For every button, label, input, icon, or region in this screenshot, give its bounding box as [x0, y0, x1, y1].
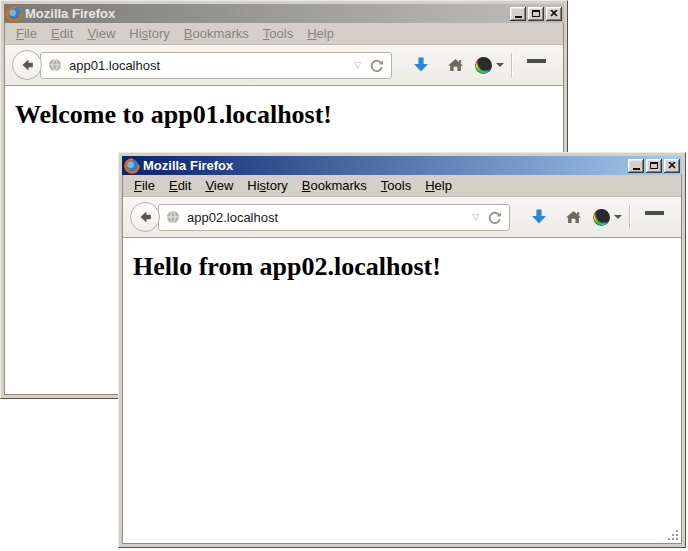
menu-item-help[interactable]: Help: [418, 176, 459, 196]
caret-down-icon: [614, 215, 622, 219]
url-text: app01.localhost: [69, 58, 160, 73]
url-bar[interactable]: app02.localhost ▽: [158, 204, 510, 231]
menu-item-tools[interactable]: Tools: [374, 176, 418, 196]
page-content: Hello from app02.localhost!: [123, 238, 681, 543]
caret-down-icon: [496, 63, 504, 67]
maximize-icon: [650, 162, 658, 169]
back-button[interactable]: [130, 202, 160, 232]
close-icon: [668, 162, 676, 169]
toolbar-separator: [629, 205, 630, 229]
desktop: Mozilla Firefox FileEditViewHistoryBookm…: [0, 0, 688, 551]
close-icon: [550, 10, 558, 17]
urlbar-dropdown-icon[interactable]: ▽: [472, 213, 479, 222]
window-controls: [508, 7, 562, 21]
menu-bar: FileEditViewHistoryBookmarksToolsHelp: [5, 23, 563, 45]
menu-item-edit[interactable]: Edit: [162, 176, 198, 196]
close-button[interactable]: [546, 7, 562, 21]
maximize-icon: [532, 10, 540, 17]
title-bar[interactable]: Mozilla Firefox: [122, 156, 682, 175]
menu-button[interactable]: [519, 50, 553, 80]
minimize-button[interactable]: [628, 159, 644, 173]
navigation-toolbar: app01.localhost ▽: [5, 45, 563, 86]
toolbar-separator: [511, 53, 512, 77]
back-button[interactable]: [12, 50, 42, 80]
menu-item-view[interactable]: View: [80, 24, 122, 44]
minimize-icon: [633, 168, 640, 170]
download-button[interactable]: [404, 50, 438, 80]
menu-item-view[interactable]: View: [198, 176, 240, 196]
menu-item-help[interactable]: Help: [300, 24, 341, 44]
colorwheel-addon-icon: [475, 57, 492, 74]
home-button[interactable]: [556, 202, 590, 232]
window-client-area: FileEditViewHistoryBookmarksToolsHelp ap…: [122, 175, 682, 544]
download-icon: [412, 56, 430, 74]
back-icon: [19, 57, 35, 73]
addon-button[interactable]: [590, 202, 624, 232]
home-button[interactable]: [438, 50, 472, 80]
url-bar[interactable]: app01.localhost ▽: [40, 52, 392, 79]
hamburger-icon: [527, 59, 546, 72]
globe-icon: [166, 210, 180, 224]
back-icon: [137, 209, 153, 225]
page-heading: Hello from app02.localhost!: [133, 252, 681, 282]
globe-icon: [48, 58, 62, 72]
url-text: app02.localhost: [187, 210, 278, 225]
menu-button[interactable]: [637, 202, 671, 232]
urlbar-dropdown-icon[interactable]: ▽: [354, 61, 361, 70]
download-button[interactable]: [522, 202, 556, 232]
menu-item-bookmarks[interactable]: Bookmarks: [295, 176, 374, 196]
resize-grip[interactable]: [667, 529, 680, 542]
reload-icon[interactable]: [369, 58, 384, 73]
menu-item-edit[interactable]: Edit: [44, 24, 80, 44]
addon-button[interactable]: [472, 50, 506, 80]
page-heading: Welcome to app01.localhost!: [15, 100, 563, 130]
window-title: Mozilla Firefox: [143, 158, 233, 173]
close-button[interactable]: [664, 159, 680, 173]
firefox-logo-icon: [6, 6, 22, 22]
maximize-button[interactable]: [528, 7, 544, 21]
firefox-window-app02: Mozilla Firefox FileEditViewHistoryBookm…: [118, 152, 686, 548]
hamburger-icon: [645, 211, 664, 224]
menu-item-tools[interactable]: Tools: [256, 24, 300, 44]
colorwheel-addon-icon: [593, 209, 610, 226]
navigation-toolbar: app02.localhost ▽: [123, 197, 681, 238]
menu-item-history[interactable]: History: [122, 24, 176, 44]
home-icon: [447, 57, 464, 73]
menu-item-file[interactable]: File: [9, 24, 44, 44]
minimize-icon: [515, 16, 522, 18]
window-controls: [626, 159, 680, 173]
menu-item-bookmarks[interactable]: Bookmarks: [177, 24, 256, 44]
title-bar[interactable]: Mozilla Firefox: [4, 4, 564, 23]
menu-bar: FileEditViewHistoryBookmarksToolsHelp: [123, 175, 681, 197]
maximize-button[interactable]: [646, 159, 662, 173]
firefox-logo-icon: [124, 158, 140, 174]
menu-item-history[interactable]: History: [240, 176, 294, 196]
reload-icon[interactable]: [487, 210, 502, 225]
window-title: Mozilla Firefox: [25, 6, 115, 21]
download-icon: [530, 208, 548, 226]
minimize-button[interactable]: [510, 7, 526, 21]
home-icon: [565, 209, 582, 225]
menu-item-file[interactable]: File: [127, 176, 162, 196]
